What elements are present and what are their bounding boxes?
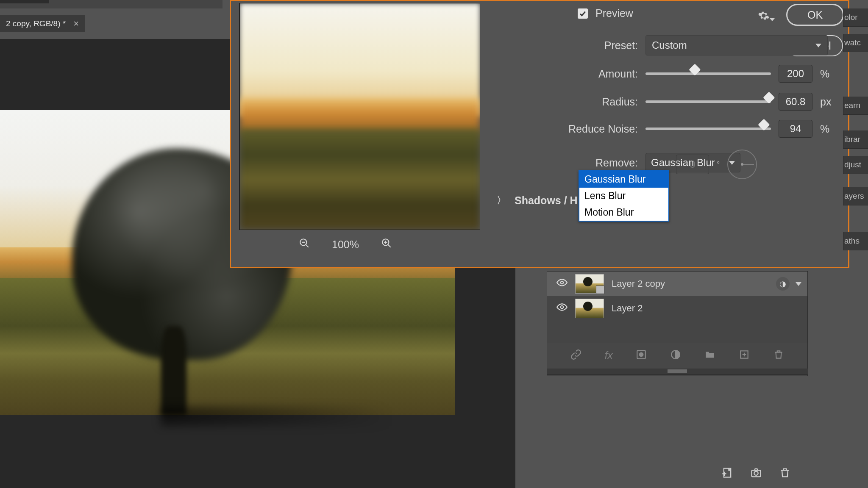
svg-point-7 [561,281,564,284]
preview-label: Preview [595,7,633,19]
chevron-right-icon: 〉 [497,194,506,207]
remove-option-gaussian[interactable]: Gaussian Blur [579,171,668,188]
image-shadow [161,407,390,426]
adjustment-layer-icon[interactable] [670,349,681,362]
remove-option-lens[interactable]: Lens Blur [579,188,668,204]
remove-dropdown-menu: Gaussian Blur Lens Blur Motion Blur [579,170,669,222]
zoom-out-icon[interactable] [299,238,310,251]
layers-list: Layer 2 copy ◑ Layer 2 fx [547,271,808,376]
document-tab-title: 2 copy, RGB/8) * [6,19,66,28]
svg-point-10 [639,352,644,357]
options-bar-chip [0,0,49,3]
reduce-noise-row: Reduce Noise: 94 % [519,120,829,138]
amount-input[interactable]: 200 [779,65,812,83]
zoom-controls: 100% [299,234,426,255]
document-tab[interactable]: 2 copy, RGB/8) * × [0,16,85,32]
visibility-eye-icon[interactable] [556,278,568,289]
layer-row[interactable]: Layer 2 [547,296,807,321]
shadows-label: Shadows / H [515,194,578,207]
chevron-down-icon[interactable] [796,282,801,286]
preset-label: Preset: [519,39,638,52]
svg-point-8 [561,306,564,309]
angle-dial[interactable] [727,150,757,179]
panel-grip[interactable] [668,369,687,373]
layer-actions-bar: fx [547,343,807,368]
amount-row: Amount: 200 % [519,65,829,83]
chevron-down-icon [815,44,821,47]
radius-row: Radius: 60.8 px [519,93,831,111]
mask-icon[interactable] [636,349,647,362]
preset-dropdown[interactable]: Custom [645,35,828,55]
svg-point-19 [754,471,758,475]
radius-unit: px [820,96,831,108]
degree-icon: ° [717,160,720,169]
svg-line-1 [306,244,309,247]
side-tab-color[interactable]: olor [843,8,868,27]
smart-filter-icon[interactable]: ◑ [776,277,790,291]
reduce-noise-slider[interactable] [645,128,771,130]
amount-slider[interactable] [645,72,771,75]
group-icon[interactable] [704,349,715,362]
preset-row: Preset: Custom [519,35,828,55]
trash-icon[interactable] [779,467,791,481]
zoom-value: 100% [332,238,359,251]
snapshot-icon[interactable] [750,467,762,481]
radius-slider[interactable] [645,100,771,103]
reduce-noise-unit: % [820,123,829,135]
new-document-icon[interactable] [721,467,733,481]
radius-input[interactable]: 60.8 [779,93,812,111]
close-tab-icon[interactable]: × [73,19,79,28]
side-tab-libraries[interactable]: ibrar [843,130,868,149]
trash-icon[interactable] [773,349,784,362]
angle-controls: 0 ° [676,150,757,179]
remove-option-motion[interactable]: Motion Blur [579,204,668,221]
side-tab-layers[interactable]: ayers [843,187,868,205]
shadows-highlights-toggle[interactable]: 〉 Shadows / H [497,194,578,207]
svg-line-4 [388,244,391,247]
link-layers-icon[interactable] [570,349,581,362]
visibility-eye-icon[interactable] [556,303,568,314]
radius-label: Radius: [519,96,638,108]
smart-sharpen-dialog: 100% Preview OK Cancel Preset: Custom Am… [230,0,849,268]
new-layer-icon[interactable] [739,349,750,362]
image-trunk [161,326,186,415]
zoom-in-icon[interactable] [381,238,392,251]
side-tab-learn[interactable]: earn [843,97,868,115]
remove-label: Remove: [519,157,638,169]
preview-toggle[interactable]: Preview [578,7,718,19]
layer-thumbnail[interactable] [575,274,604,294]
history-bottom-bar [547,462,808,485]
ok-button[interactable]: OK [786,4,844,26]
reduce-noise-label: Reduce Noise: [519,123,638,135]
preview-checkbox[interactable] [578,8,588,19]
reduce-noise-input[interactable]: 94 [779,120,812,138]
preset-value: Custom [652,39,687,51]
side-tab-paths[interactable]: aths [843,232,868,250]
layers-panel: Layer 2 copy ◑ Layer 2 fx [547,271,808,483]
angle-input[interactable]: 0 [676,155,709,174]
layer-name[interactable]: Layer 2 [612,303,643,314]
layer-name[interactable]: Layer 2 copy [612,278,665,289]
settings-caret-icon [770,18,775,21]
amount-unit: % [820,68,829,80]
amount-label: Amount: [519,68,638,80]
fx-icon[interactable]: fx [605,349,613,361]
preview-thumbnail[interactable] [239,3,480,230]
layer-thumbnail[interactable] [575,299,604,318]
layer-row[interactable]: Layer 2 copy ◑ [547,272,807,296]
side-tab-swatches[interactable]: watc [843,34,868,52]
side-tab-adjust[interactable]: djust [843,156,868,174]
document-tab-strip: 2 copy, RGB/8) * × [0,15,85,32]
settings-menu-button[interactable] [758,10,770,24]
